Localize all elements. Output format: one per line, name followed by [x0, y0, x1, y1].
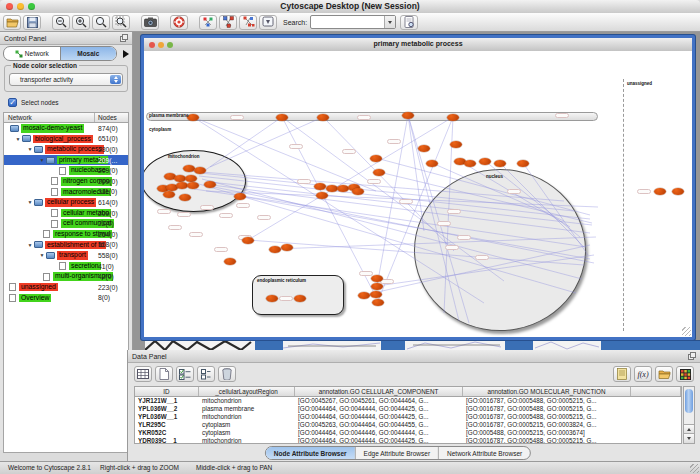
more-tabs-arrow[interactable]: [123, 50, 129, 58]
tree-node-label[interactable]: cellular process: [45, 198, 96, 207]
tree-row[interactable]: ▼cellular process614(0): [4, 197, 128, 208]
table-row[interactable]: YPL036W__2plasma membrane[GO:0044464, GO…: [135, 405, 681, 413]
network-node[interactable]: [314, 183, 326, 190]
tree-row[interactable]: ▼primary metabo209(...: [4, 155, 128, 166]
tree-node-label[interactable]: transport: [57, 251, 88, 260]
table-cell[interactable]: YDR039C__1: [135, 437, 199, 444]
help-ring-icon[interactable]: [170, 15, 188, 30]
background-window-fragment[interactable]: [601, 340, 700, 350]
tab-edge-attribute-browser[interactable]: Edge Attribute Browser: [355, 447, 438, 459]
tab-network-attribute-browser[interactable]: Network Attribute Browser: [438, 447, 530, 459]
delete-attribute-icon[interactable]: [218, 366, 236, 382]
float-panel-icon[interactable]: [120, 34, 128, 42]
save-icon[interactable]: [23, 15, 41, 30]
tree-node-label[interactable]: unassigned: [19, 283, 58, 292]
background-window-fragment[interactable]: [405, 340, 505, 350]
table-row[interactable]: YLR295Ccytoplasm[GO:0045263, GO:0044464,…: [135, 421, 681, 429]
network-node[interactable]: [464, 160, 476, 167]
expand-arrow-icon[interactable]: ▼: [38, 157, 46, 163]
attribute-grid-icon[interactable]: [134, 366, 152, 382]
tree-row[interactable]: nitrogen compo209(0): [4, 176, 128, 187]
new-attribute-icon[interactable]: [155, 366, 173, 382]
table-cell[interactable]: [GO:0016787, GO:0005488, GO:0005215, G..…: [463, 413, 631, 421]
network-node[interactable]: [517, 160, 529, 167]
tree-node-label[interactable]: metabolic process: [45, 145, 104, 154]
import-attributes-icon[interactable]: [655, 366, 673, 382]
window-resize-grip[interactable]: [682, 327, 691, 336]
background-window-fragment[interactable]: [255, 340, 283, 350]
network-node[interactable]: [294, 295, 306, 302]
tree-row[interactable]: ▼transport558(0): [4, 250, 128, 261]
network-node[interactable]: [234, 193, 246, 200]
table-cell[interactable]: plasma membrane: [199, 405, 295, 413]
expand-arrow-icon[interactable]: ▼: [38, 252, 46, 258]
select-nodes-checkbox[interactable]: ✓: [8, 98, 17, 107]
snapshot-icon[interactable]: [141, 15, 159, 30]
tree-header-nodes[interactable]: Nodes: [95, 113, 128, 122]
tab-mosaic[interactable]: Mosaic: [60, 47, 117, 60]
network-node[interactable]: [426, 160, 438, 167]
zoom-selected-icon[interactable]: [92, 15, 110, 30]
network-node[interactable]: [242, 237, 254, 244]
network-node[interactable]: [672, 188, 684, 195]
network-node[interactable]: [281, 244, 293, 251]
table-cell[interactable]: YKR052C: [135, 429, 199, 437]
network-node[interactable]: [163, 191, 175, 198]
network-node[interactable]: [352, 188, 364, 195]
expand-arrow-icon[interactable]: ▼: [14, 136, 22, 142]
network-node[interactable]: [194, 167, 206, 174]
column-header[interactable]: _cellularLayoutRegion: [199, 387, 295, 396]
network-tool-icon-2[interactable]: [219, 15, 237, 30]
zoom-fit-icon[interactable]: [112, 15, 130, 30]
network-node[interactable]: [402, 112, 414, 119]
network-node[interactable]: [370, 155, 382, 162]
network-node[interactable]: [371, 283, 383, 290]
tree-row[interactable]: ▼metabolic process280(0): [4, 144, 128, 155]
table-cell[interactable]: [GO:0045267, GO:0045261, GO:0044464, G..…: [295, 397, 463, 405]
tree-row[interactable]: mosaic-demo-yeast874(0): [4, 123, 128, 134]
tree-row[interactable]: unassigned223(0): [4, 282, 128, 293]
tree-row[interactable]: response to stimul264(0): [4, 229, 128, 240]
network-node[interactable]: [447, 114, 459, 121]
table-cell[interactable]: cytoplasm: [199, 429, 295, 437]
network-node[interactable]: [373, 169, 385, 176]
tree-node-label[interactable]: secretion: [69, 262, 101, 271]
table-cell[interactable]: [GO:0016787, GO:0005488, GO:0005215, G..…: [463, 437, 631, 444]
tree-row[interactable]: nucleobase-209(0): [4, 165, 128, 176]
column-header[interactable]: ID: [135, 387, 199, 396]
tree-header-network[interactable]: Network: [4, 113, 95, 122]
open-file-icon[interactable]: [3, 15, 21, 30]
table-row[interactable]: YKR052Ccytoplasm[GO:0044464, GO:0044446,…: [135, 429, 681, 437]
expand-arrow-icon[interactable]: ▼: [26, 199, 34, 205]
float-panel-icon[interactable]: [688, 352, 696, 360]
title-bar[interactable]: Cytoscape Desktop (New Session): [0, 0, 700, 14]
tree-node-label[interactable]: Overview: [19, 294, 51, 303]
network-node[interactable]: [370, 291, 382, 298]
zoom-out-icon[interactable]: [52, 15, 70, 30]
function-builder-icon[interactable]: f(x): [634, 366, 652, 382]
scrollbar-thumb[interactable]: [685, 389, 693, 413]
network-node[interactable]: [187, 182, 199, 189]
zoom-in-icon[interactable]: [72, 15, 90, 30]
network-node[interactable]: [269, 246, 281, 253]
network-node[interactable]: [479, 158, 491, 165]
table-cell[interactable]: [GO:0016787, GO:0005215, GO:0003824, G..…: [463, 421, 631, 429]
network-node[interactable]: [372, 299, 384, 306]
notes-icon[interactable]: [613, 366, 631, 382]
network-node[interactable]: [450, 141, 462, 148]
annotation-tool-icon[interactable]: [259, 15, 277, 30]
unselect-attributes-icon[interactable]: [197, 366, 215, 382]
node-color-select[interactable]: transporter activity: [9, 73, 123, 86]
tab-node-attribute-browser[interactable]: Node Attribute Browser: [266, 447, 355, 459]
table-cell[interactable]: YPL036W__1: [135, 413, 199, 421]
scroll-down-button[interactable]: [684, 433, 694, 443]
table-cell[interactable]: [GO:0045263, GO:0044464, GO:0044455, G..…: [295, 421, 463, 429]
table-cell[interactable]: cytoplasm: [199, 421, 295, 429]
background-window-fragment[interactable]: [145, 340, 255, 350]
table-scrollbar[interactable]: [683, 386, 695, 444]
table-cell[interactable]: mitochondrion: [199, 413, 295, 421]
expand-arrow-icon[interactable]: ▼: [26, 146, 34, 152]
network-node[interactable]: [358, 292, 370, 299]
table-cell[interactable]: YPL036W__2: [135, 405, 199, 413]
network-node[interactable]: [418, 145, 430, 152]
